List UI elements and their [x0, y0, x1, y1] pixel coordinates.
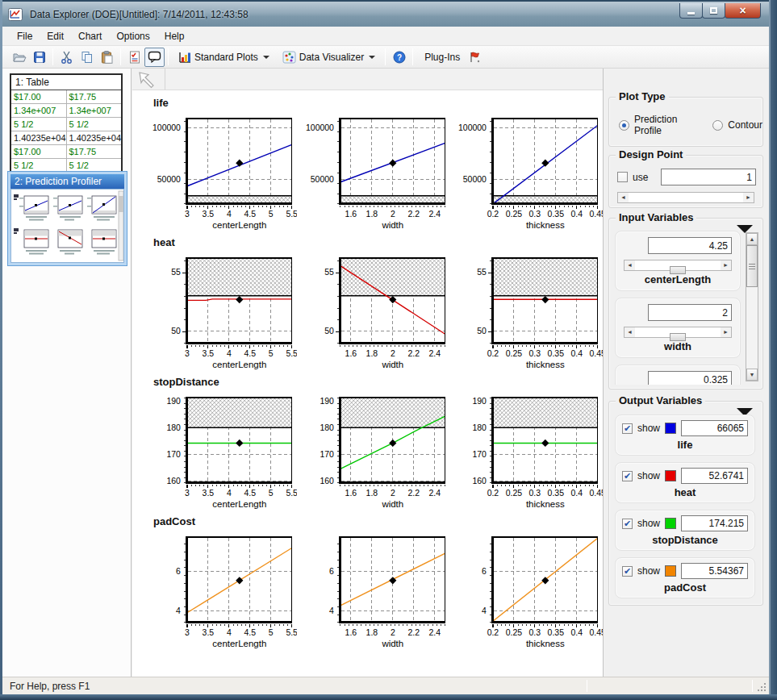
profiler-plot-stopDistance-centerLength[interactable]: 33.544.555.5160170180190centerLength: [148, 393, 297, 510]
help-button[interactable]: ?: [389, 48, 409, 67]
scroll-right-icon[interactable]: ►: [721, 327, 731, 337]
profiler-plot-heat-thickness[interactable]: 0.20.250.30.350.40.455055thickness: [454, 253, 603, 371]
prediction-profile-radio[interactable]: [619, 120, 629, 131]
output-card-heat: ✔ show 52.6741 heat: [615, 462, 755, 503]
svg-text:2: 2: [391, 210, 395, 219]
svg-text:2.4: 2.4: [428, 349, 441, 358]
slider-thumb[interactable]: [670, 333, 686, 341]
minimize-button[interactable]: [679, 3, 703, 19]
open-button[interactable]: [9, 48, 29, 67]
profiler-plot-stopDistance-width[interactable]: 1.61.822.22.4160170180190width: [302, 393, 450, 510]
svg-text:0.2: 0.2: [487, 489, 499, 498]
menu-bar: File Edit Chart Options Help: [2, 27, 769, 46]
stopDistance-value-field[interactable]: 174.215: [681, 515, 748, 531]
toolbar-separator: [168, 48, 169, 65]
design-point-scrollbar[interactable]: ◄ ►: [617, 192, 754, 203]
profiler-plot-padCost-centerLength[interactable]: 33.544.555.546centerLength: [148, 532, 297, 650]
plugins-flag-button[interactable]: [465, 48, 485, 67]
show-checkbox[interactable]: ✔: [622, 566, 633, 577]
profiler-plot-life-centerLength[interactable]: 33.544.555.550000100000centerLength: [148, 114, 297, 231]
checklist-button[interactable]: [124, 48, 144, 67]
table-cell: $17.00: [11, 90, 67, 103]
app-window: Data Explorer (DOE)[Untitled]: 7/14/2011…: [0, 0, 777, 700]
show-checkbox[interactable]: ✔: [622, 471, 633, 481]
x-axis-title: centerLength: [212, 639, 266, 648]
svg-text:0.3: 0.3: [529, 349, 541, 358]
profiler-plot-padCost-thickness[interactable]: 0.20.250.30.350.40.4546thickness: [454, 532, 603, 650]
menu-chart[interactable]: Chart: [71, 28, 109, 44]
show-checkbox[interactable]: ✔: [622, 519, 633, 529]
resize-grip[interactable]: [757, 682, 767, 693]
scrollbar-thumb[interactable]: [746, 245, 758, 287]
heat-value-field[interactable]: 52.6741: [681, 468, 748, 484]
scroll-left-icon[interactable]: ◄: [625, 260, 635, 270]
profiler-plot-heat-width[interactable]: 1.61.822.22.45055width: [302, 253, 450, 371]
data-visualizer-dropdown[interactable]: Data Visualizer: [276, 48, 382, 67]
scroll-left-icon[interactable]: ◄: [625, 327, 635, 337]
use-label: use: [633, 172, 648, 183]
settings-panel: Plot Type Prediction Profile Contour Des…: [603, 69, 769, 677]
contour-radio[interactable]: [712, 120, 723, 131]
design-point-field[interactable]: 1: [661, 169, 756, 185]
profiler-plot-life-width[interactable]: 1.61.822.22.450000100000width: [302, 114, 450, 231]
menu-help[interactable]: Help: [157, 28, 192, 44]
width-field[interactable]: 2: [648, 304, 732, 321]
svg-text:0.3: 0.3: [529, 210, 541, 219]
use-checkbox[interactable]: [617, 172, 628, 182]
plot-row-padCost: padCost33.544.555.546centerLength1.61.82…: [148, 515, 603, 650]
svg-text:0.25: 0.25: [506, 210, 523, 219]
close-button[interactable]: ×: [725, 3, 761, 19]
scroll-up-icon[interactable]: ▲: [746, 233, 758, 245]
menu-edit[interactable]: Edit: [40, 28, 71, 44]
svg-text:2.4: 2.4: [428, 489, 441, 498]
input-name: width: [622, 340, 733, 352]
save-button[interactable]: [29, 48, 49, 67]
slider-thumb[interactable]: [670, 266, 686, 274]
pointer-tool-button[interactable]: [132, 69, 160, 90]
color-swatch[interactable]: [665, 470, 676, 481]
profiler-plot-stopDistance-thickness[interactable]: 0.20.250.30.350.40.45160170180190thickne…: [454, 393, 603, 510]
padCost-value-field[interactable]: 5.54367: [681, 563, 748, 579]
table-item[interactable]: 1: Table $17.00$17.75 1.34e+0071.34e+007…: [10, 73, 123, 186]
scroll-right-icon[interactable]: ►: [743, 193, 754, 202]
show-label: show: [637, 423, 660, 434]
color-swatch[interactable]: [665, 423, 676, 434]
table-cell: 5 1/2: [67, 118, 122, 131]
color-swatch[interactable]: [665, 565, 676, 577]
svg-text:4.5: 4.5: [244, 628, 256, 637]
contour-label: Contour: [728, 119, 762, 131]
centerLength-slider[interactable]: ◄ ►: [624, 260, 732, 271]
svg-text:0.45: 0.45: [590, 210, 603, 219]
profiler-plot-padCost-width[interactable]: 1.61.822.22.446width: [302, 532, 450, 650]
color-swatch[interactable]: [665, 518, 676, 529]
centerLength-field[interactable]: 4.25: [648, 237, 732, 254]
arrow-up-left-icon: [136, 69, 156, 89]
menu-file[interactable]: File: [10, 28, 40, 44]
show-checkbox[interactable]: ✔: [622, 423, 633, 434]
copy-button[interactable]: [77, 48, 97, 67]
standard-plots-dropdown[interactable]: Standard Plots: [172, 48, 276, 67]
cut-button[interactable]: [56, 48, 77, 67]
scroll-left-icon[interactable]: ◄: [618, 193, 629, 202]
profiler-item-title: 2: Prediction Profiler: [10, 174, 124, 189]
width-slider[interactable]: ◄ ►: [624, 327, 732, 338]
scroll-down-icon[interactable]: ▼: [746, 369, 758, 381]
input-variables-scrollbar[interactable]: ▲ ▼: [746, 232, 758, 381]
input-variables-group: Input Variables 4.25 ◄ ► centerLength 2: [608, 218, 763, 390]
svg-text:3: 3: [185, 210, 190, 219]
profiler-plot-life-thickness[interactable]: 0.20.250.30.350.40.4550000100000thicknes…: [454, 114, 603, 231]
svg-text:50: 50: [171, 327, 181, 335]
comment-button[interactable]: [144, 48, 165, 67]
svg-text:0.35: 0.35: [548, 349, 565, 358]
svg-text:0.2: 0.2: [487, 628, 499, 637]
paste-button[interactable]: [97, 48, 117, 67]
restore-button[interactable]: [702, 3, 725, 19]
svg-text:0.2: 0.2: [487, 349, 499, 358]
caption-buttons: ×: [680, 3, 761, 19]
thickness-field[interactable]: 0.325: [648, 371, 732, 385]
scroll-right-icon[interactable]: ►: [721, 260, 731, 270]
profiler-plot-heat-centerLength[interactable]: 33.544.555.55055centerLength: [148, 253, 297, 371]
life-value-field[interactable]: 66065: [681, 420, 748, 436]
profiler-item-selected[interactable]: 2: Prediction Profiler: [7, 171, 127, 266]
menu-options[interactable]: Options: [109, 28, 157, 44]
